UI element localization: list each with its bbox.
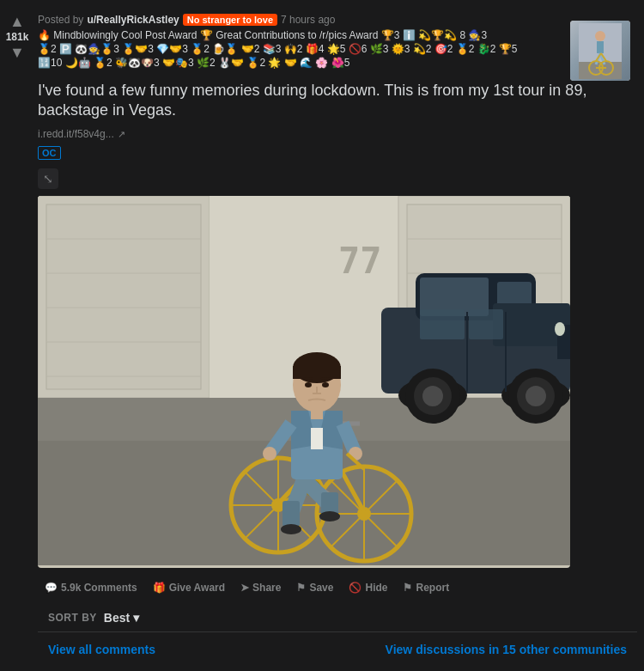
award-label: Give Award bbox=[169, 582, 225, 594]
action-bar: 💬 5.9k Comments 🎁 Give Award ➤ Share ⚑ S… bbox=[38, 575, 637, 604]
post-thumbnail[interactable] bbox=[570, 21, 630, 81]
save-label: Save bbox=[309, 582, 333, 594]
hide-button[interactable]: 🚫 Hide bbox=[342, 578, 394, 597]
save-button[interactable]: ⚑ Save bbox=[289, 578, 340, 597]
hide-label: Hide bbox=[365, 582, 387, 594]
svg-point-2 bbox=[595, 31, 605, 41]
vote-count: 181k bbox=[6, 31, 29, 43]
awards-row-1: 🔥 Mindblowingly Cool Post Award 🏆 Great … bbox=[38, 29, 570, 41]
view-all-comments-link[interactable]: View all comments bbox=[48, 643, 155, 656]
award-icon: 🎁 bbox=[153, 582, 166, 594]
awards-text-3: 🔢10 🌙🤖 🏅2 🐝🐼🐶3 🤝🎭3 🌿2 🐰🤝 🏅2 🌟 🤝 🌊 🌸 🌺5 bbox=[38, 57, 349, 69]
oc-badge: OC bbox=[38, 146, 61, 160]
share-label: Share bbox=[252, 582, 281, 594]
svg-rect-3 bbox=[597, 41, 604, 53]
post-meta: Posted by u/ReallyRickAstley No stranger… bbox=[38, 14, 570, 26]
post-header: Posted by u/ReallyRickAstley No stranger… bbox=[38, 14, 637, 81]
svg-rect-49 bbox=[469, 309, 503, 339]
post-body: Posted by u/ReallyRickAstley No stranger… bbox=[34, 7, 644, 667]
svg-rect-75 bbox=[283, 501, 300, 527]
report-label: Report bbox=[416, 582, 449, 594]
svg-point-42 bbox=[422, 386, 443, 406]
post-photo: 77 bbox=[38, 196, 570, 568]
comments-label: 5.9k Comments bbox=[61, 582, 137, 594]
awards-text-2: 🏅2 🅿️ 🐼🧙🏅3 🏅🤝3 💎🤝3 🏅2 🍺🏅 🤝2 📚3 🙌2 🎁4 🌟5 … bbox=[38, 43, 517, 55]
svg-line-92 bbox=[304, 378, 313, 379]
svg-point-78 bbox=[319, 511, 340, 522]
svg-line-93 bbox=[321, 378, 330, 379]
posted-by-label: Posted by bbox=[38, 14, 83, 26]
svg-rect-82 bbox=[311, 428, 323, 449]
svg-point-90 bbox=[305, 382, 312, 387]
svg-rect-14 bbox=[46, 204, 201, 389]
post-image-container[interactable]: 77 bbox=[38, 196, 570, 568]
svg-point-37 bbox=[555, 322, 565, 336]
svg-rect-96 bbox=[311, 409, 323, 419]
timestamp: 7 hours ago bbox=[281, 14, 335, 26]
post-title: I've found a few funny memories during l… bbox=[38, 81, 637, 121]
thumbnail-image bbox=[570, 21, 630, 81]
post-link[interactable]: i.redd.it/f58v4g... bbox=[38, 128, 114, 140]
post-container: ▲ 181k ▼ Posted by u/ReallyRickAstley No… bbox=[0, 0, 644, 671]
username[interactable]: u/ReallyRickAstley bbox=[87, 14, 179, 26]
svg-rect-89 bbox=[293, 366, 341, 379]
comments-button[interactable]: 💬 5.9k Comments bbox=[38, 578, 144, 597]
report-icon: ⚑ bbox=[403, 582, 412, 594]
awards-row-2: 🏅2 🅿️ 🐼🧙🏅3 🏅🤝3 💎🤝3 🏅2 🍺🏅 🤝2 📚3 🙌2 🎁4 🌟5 … bbox=[38, 43, 570, 55]
comments-icon: 💬 bbox=[45, 582, 58, 594]
sort-label: SORT BY bbox=[48, 612, 97, 624]
save-icon: ⚑ bbox=[296, 582, 306, 594]
expand-icon[interactable]: ⤡ bbox=[38, 168, 58, 189]
post-image-svg: 77 bbox=[38, 196, 570, 565]
sort-value: Best bbox=[104, 611, 130, 625]
upvote-button[interactable]: ▲ bbox=[9, 14, 25, 29]
svg-rect-48 bbox=[420, 309, 465, 339]
thumbnail-svg bbox=[579, 23, 622, 79]
svg-point-85 bbox=[263, 447, 276, 461]
share-icon: ➤ bbox=[240, 582, 249, 594]
user-flair: No stranger to love bbox=[183, 14, 277, 26]
hide-icon: 🚫 bbox=[349, 582, 361, 594]
report-button[interactable]: ⚑ Report bbox=[396, 578, 456, 597]
comments-footer: View all comments View discussions in 15… bbox=[38, 631, 637, 667]
sort-row: SORT BY Best ▾ bbox=[38, 604, 637, 631]
view-discussions-link[interactable]: View discussions in 15 other communities bbox=[386, 643, 627, 656]
awards-row-3: 🔢10 🌙🤖 🏅2 🐝🐼🐶3 🤝🎭3 🌿2 🐰🤝 🏅2 🌟 🤝 🌊 🌸 🌺5 bbox=[38, 57, 570, 69]
vote-column: ▲ 181k ▼ bbox=[0, 7, 34, 667]
external-link-icon: ↗ bbox=[118, 129, 125, 139]
awards-text-1: 🔥 Mindblowingly Cool Post Award 🏆 Great … bbox=[38, 29, 487, 41]
sort-chevron-icon: ▾ bbox=[133, 611, 139, 625]
svg-point-45 bbox=[526, 386, 546, 406]
svg-point-77 bbox=[281, 524, 301, 534]
svg-point-91 bbox=[322, 382, 329, 387]
svg-text:77: 77 bbox=[338, 240, 382, 282]
share-button[interactable]: ➤ Share bbox=[234, 578, 288, 597]
downvote-button[interactable]: ▼ bbox=[9, 45, 25, 60]
sort-dropdown[interactable]: Best ▾ bbox=[104, 611, 139, 625]
give-award-button[interactable]: 🎁 Give Award bbox=[146, 578, 232, 597]
